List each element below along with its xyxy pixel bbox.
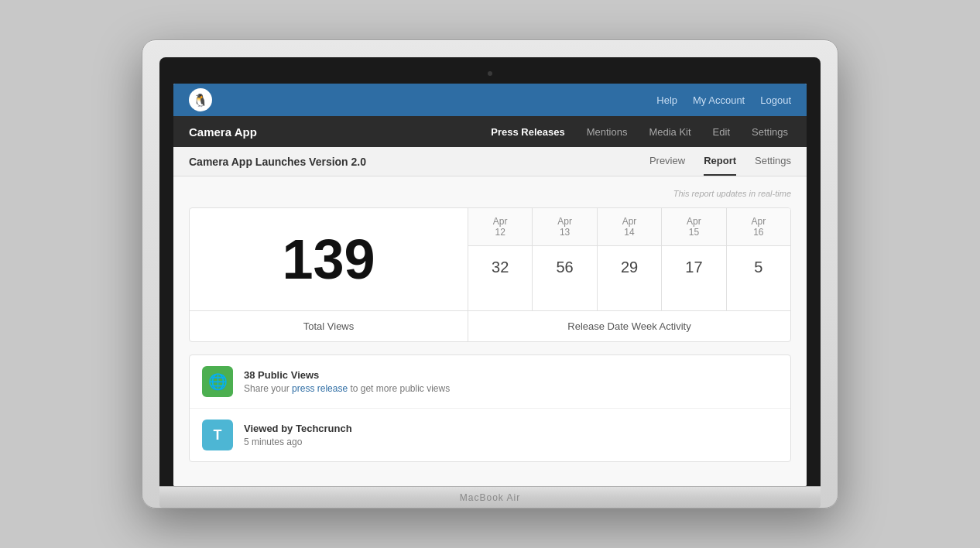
top-nav: 🐧 Help My Account Logout: [173, 84, 807, 116]
day-value-2: 29: [621, 259, 638, 276]
day-day-0: 12: [475, 227, 526, 238]
nav-mentions[interactable]: Mentions: [584, 126, 631, 138]
day-col-4: Apr 16 5: [727, 208, 790, 310]
help-link[interactable]: Help: [656, 94, 677, 106]
techcrunch-timestamp: 5 minutes ago: [244, 437, 778, 447]
logout-link[interactable]: Logout: [760, 94, 791, 106]
activity-techcrunch: T Viewed by Techcrunch 5 minutes ago: [190, 409, 790, 461]
tab-preview[interactable]: Preview: [649, 147, 685, 176]
press-release-title: Camera App Launches Version 2.0: [189, 156, 366, 168]
sub-nav-tabs: Preview Report Settings: [649, 147, 791, 176]
day-value-1: 56: [556, 259, 573, 276]
day-day-2: 14: [604, 227, 655, 238]
day-col-1: Apr 13 56: [533, 208, 597, 310]
stats-card: 139 Apr 12 32: [189, 207, 791, 342]
techcrunch-icon: T: [202, 420, 233, 450]
content-area: This report updates in real-time 139 Apr: [173, 176, 807, 486]
app-brand: Camera App: [189, 125, 257, 139]
laptop-brand-label: MacBook Air: [460, 492, 520, 503]
day-month-0: Apr: [475, 216, 526, 227]
total-views-label: Total Views: [190, 311, 468, 341]
day-value-4: 5: [754, 259, 762, 276]
activity-section: 🌐 38 Public Views Share your press relea…: [189, 354, 791, 462]
total-views-value: 139: [282, 231, 375, 287]
globe-icon: 🌐: [202, 366, 233, 397]
day-col-2: Apr 14 29: [598, 208, 662, 310]
logo-icon: 🐧: [189, 88, 212, 111]
press-release-link[interactable]: press release: [292, 383, 348, 394]
subtitle-after: to get more public views: [348, 383, 450, 394]
techcrunch-title: Viewed by Techcrunch: [244, 423, 778, 434]
day-month-3: Apr: [668, 216, 719, 227]
sub-nav: Camera App Launches Version 2.0 Preview …: [173, 147, 807, 176]
release-date-label: Release Date Week Activity: [468, 311, 790, 341]
screen-bezel: 🐧 Help My Account Logout Camera App Pres…: [159, 57, 821, 486]
nav-press-releases[interactable]: Press Releases: [488, 126, 567, 138]
stats-row: 139 Apr 12 32: [190, 208, 790, 310]
total-views-number-cell: 139: [190, 208, 468, 310]
day-day-3: 15: [668, 227, 719, 238]
day-month-4: Apr: [733, 216, 784, 227]
laptop-container: 🐧 Help My Account Logout Camera App Pres…: [142, 39, 838, 509]
techcrunch-text: Viewed by Techcrunch 5 minutes ago: [244, 423, 778, 447]
week-activity: Apr 12 32 Apr 13: [468, 208, 790, 310]
logo: 🐧: [189, 88, 212, 111]
laptop-screen: 🐧 Help My Account Logout Camera App Pres…: [173, 84, 807, 486]
main-nav-items: Press Releases Mentions Media Kit Edit S…: [488, 126, 791, 138]
realtime-note: This report updates in real-time: [189, 189, 791, 198]
my-account-link[interactable]: My Account: [693, 94, 745, 106]
public-views-subtitle: Share your press release to get more pub…: [244, 383, 778, 394]
day-day-4: 16: [733, 227, 784, 238]
laptop-camera: [488, 71, 492, 76]
nav-edit[interactable]: Edit: [710, 126, 733, 138]
subtitle-before: Share your: [244, 383, 292, 394]
top-nav-links: Help My Account Logout: [656, 94, 791, 106]
tab-settings[interactable]: Settings: [755, 147, 791, 176]
laptop-base: MacBook Air: [159, 486, 821, 508]
nav-settings[interactable]: Settings: [749, 126, 791, 138]
day-day-1: 13: [539, 227, 590, 238]
public-views-text: 38 Public Views Share your press release…: [244, 369, 778, 394]
day-value-3: 17: [685, 259, 702, 276]
day-col-0: Apr 12 32: [468, 208, 533, 310]
tab-report[interactable]: Report: [704, 147, 736, 176]
day-month-2: Apr: [604, 216, 655, 227]
public-views-title: 38 Public Views: [244, 369, 778, 381]
nav-media-kit[interactable]: Media Kit: [646, 126, 694, 138]
day-month-1: Apr: [539, 216, 590, 227]
activity-public-views: 🌐 38 Public Views Share your press relea…: [190, 355, 790, 409]
day-value-0: 32: [492, 259, 509, 276]
day-col-3: Apr 15 17: [662, 208, 726, 310]
main-nav: Camera App Press Releases Mentions Media…: [173, 116, 807, 147]
labels-row: Total Views Release Date Week Activity: [190, 310, 790, 341]
